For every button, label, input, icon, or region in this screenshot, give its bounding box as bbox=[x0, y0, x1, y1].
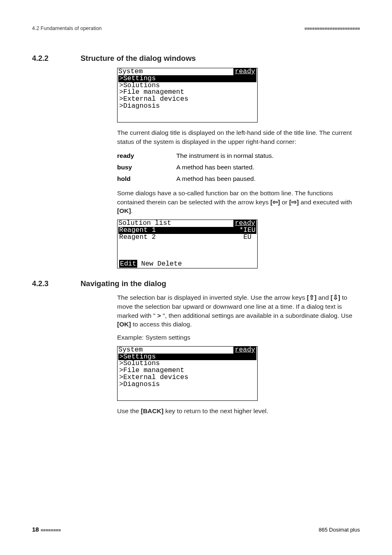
footer-product: 865 Dosimat plus bbox=[319, 527, 360, 533]
section-number: 4.2.2 bbox=[32, 54, 81, 63]
paragraph: The selection bar is displayed in invert… bbox=[117, 293, 360, 329]
lcd-function-bar: Edit New Delete bbox=[118, 261, 257, 268]
gt-symbol: > bbox=[157, 312, 161, 319]
lcd-system-dialog-2: System ready >Settings >Solutions >File … bbox=[117, 346, 258, 401]
key-down-arrow: [⇩] bbox=[331, 294, 340, 301]
page-number: 18■■■■■■■■ bbox=[32, 526, 61, 533]
def-row: hold A method has been paused. bbox=[117, 173, 360, 185]
lcd-status: ready bbox=[233, 68, 256, 75]
lcd-menu-item: >Diagnosis bbox=[118, 381, 257, 388]
status-definitions: ready The instrument is in normal status… bbox=[117, 150, 360, 185]
paragraph: Some dialogs have a so-called function b… bbox=[117, 189, 360, 215]
section-number: 4.2.3 bbox=[32, 280, 81, 288]
section-title: Structure of the dialog windows bbox=[81, 54, 196, 63]
def-row: busy A method has been started. bbox=[117, 162, 360, 173]
header-divider: ■■■■■■■■■■■■■■■■■■■■■■ bbox=[304, 26, 360, 31]
key-up-arrow: [⇧] bbox=[307, 294, 316, 301]
section-title: Navigating in the dialog bbox=[81, 279, 166, 288]
key-ok: [OK] bbox=[117, 207, 131, 214]
key-ok: [OK] bbox=[117, 321, 131, 328]
header-section-path: 4.2 Fundamentals of operation bbox=[32, 25, 102, 31]
section-4-2-3-heading: 4.2.3 Navigating in the dialog bbox=[32, 279, 360, 288]
page-footer: 18■■■■■■■■ 865 Dosimat plus bbox=[32, 526, 360, 533]
paragraph: Use the [BACK] key to return to the next… bbox=[117, 407, 360, 416]
lcd-status: ready bbox=[233, 347, 256, 354]
lcd-system-dialog-1: System ready >Settings >Solutions >File … bbox=[117, 68, 258, 123]
lcd-list-item: Reagent 2EU bbox=[118, 234, 257, 241]
lcd-function-selected: Edit bbox=[119, 260, 137, 268]
lcd-solution-list-dialog: Solution list ready Reagent 1*IEU Reagen… bbox=[117, 220, 258, 268]
paragraph: The current dialog title is displayed on… bbox=[117, 128, 360, 146]
key-back: [BACK] bbox=[141, 407, 164, 414]
example-label: Example: System settings bbox=[117, 333, 360, 342]
key-left-arrow: [⇦] bbox=[270, 199, 280, 206]
page-header: 4.2 Fundamentals of operation ■■■■■■■■■■… bbox=[32, 25, 360, 31]
def-row: ready The instrument is in normal status… bbox=[117, 150, 360, 162]
section-4-2-2-heading: 4.2.2 Structure of the dialog windows bbox=[32, 54, 360, 63]
lcd-menu-item: >Diagnosis bbox=[118, 103, 257, 110]
key-right-arrow: [⇨] bbox=[289, 199, 299, 206]
